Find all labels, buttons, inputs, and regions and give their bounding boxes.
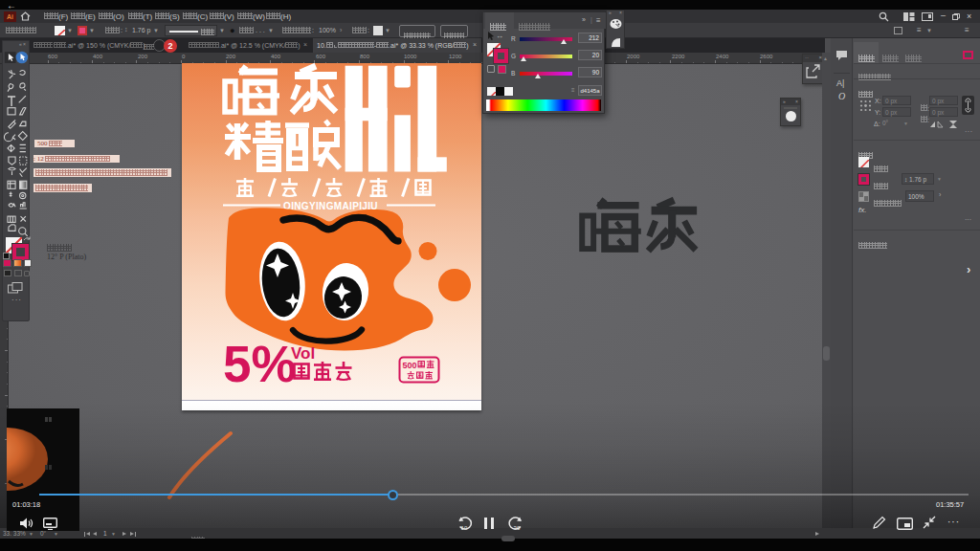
svg-text:Vol: Vol (291, 344, 315, 363)
svg-text:30: 30 (514, 525, 521, 531)
svg-text:500: 500 (403, 361, 417, 370)
svg-text:QINGYINGMAIPIJIU: QINGYINGMAIPIJIU (283, 201, 378, 211)
svg-text:5%: 5% (223, 336, 297, 392)
svg-text:10: 10 (461, 525, 468, 531)
